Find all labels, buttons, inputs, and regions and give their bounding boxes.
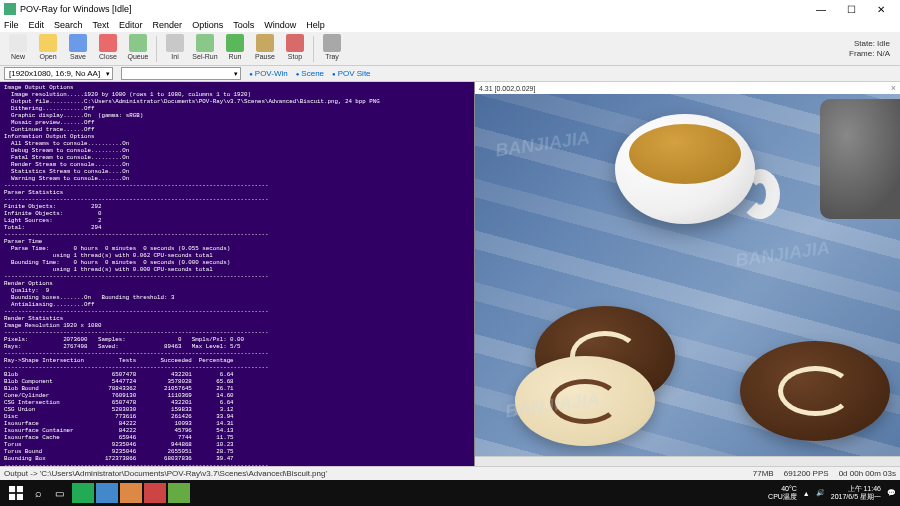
tray-volume-icon[interactable]: 🔊 [816, 489, 825, 497]
menu-window[interactable]: Window [264, 20, 296, 30]
status-output-path: Output -> 'C:\Users\Administrator\Docume… [4, 469, 753, 478]
menu-options[interactable]: Options [192, 20, 223, 30]
tray-temp[interactable]: 40°C CPU温度 [768, 485, 797, 501]
titlebar: POV-Ray for Windows [Idle] — ☐ ✕ [0, 0, 900, 18]
app-icon [4, 3, 16, 15]
sel-run-button[interactable]: Sel-Run [191, 34, 219, 64]
new-button[interactable]: New [4, 34, 32, 64]
start-button[interactable] [4, 483, 28, 503]
taskbar: ⌕ ▭ 40°C CPU温度 ▲ 🔊 上午 11:46 2017/6/5 星期一… [0, 480, 900, 506]
svg-rect-1 [17, 486, 23, 492]
maximize-button[interactable]: ☐ [836, 0, 866, 18]
sub-toolbar: [1920x1080, 16:9, No AA] POV-Win Scene P… [0, 66, 900, 82]
link-scene[interactable]: Scene [296, 69, 324, 78]
save-button[interactable]: Save [64, 34, 92, 64]
menu-search[interactable]: Search [54, 20, 83, 30]
message-console[interactable]: Image Output Options Image resolution...… [0, 82, 474, 466]
tray-button[interactable]: Tray [318, 34, 346, 64]
command-line-input[interactable] [121, 67, 241, 80]
link-povsite[interactable]: POV Site [332, 69, 371, 78]
status-pps: 691200 PPS [784, 469, 829, 478]
render-state: State: Idle Frame: N/A [849, 39, 896, 59]
render-pane: 4.31 [0.002,0.029] × BANJIAJIA BANJIAJIA… [474, 82, 900, 466]
status-memory: 77MB [753, 469, 774, 478]
task-view-icon[interactable]: ▭ [48, 483, 70, 503]
svg-rect-3 [17, 494, 23, 500]
render-scrollbar-h[interactable] [475, 456, 900, 466]
svg-rect-2 [9, 494, 15, 500]
render-output-image: BANJIAJIA BANJIAJIA BANJIAJIA [475, 94, 900, 456]
menu-render[interactable]: Render [153, 20, 183, 30]
taskbar-app-1[interactable] [72, 483, 94, 503]
menu-file[interactable]: File [4, 20, 19, 30]
ini-button[interactable]: Ini [161, 34, 189, 64]
resolution-preset-dropdown[interactable]: [1920x1080, 16:9, No AA] [4, 67, 113, 80]
render-window-title: 4.31 [0.002,0.029] × [475, 82, 900, 94]
window-title: POV-Ray for Windows [Idle] [20, 4, 806, 14]
open-button[interactable]: Open [34, 34, 62, 64]
search-icon[interactable]: ⌕ [28, 487, 48, 499]
menu-text[interactable]: Text [93, 20, 110, 30]
menu-help[interactable]: Help [306, 20, 325, 30]
toolbar: New Open Save Close Queue Ini Sel-Run Ru… [0, 32, 900, 66]
status-elapsed: 0d 00h 00m 03s [839, 469, 896, 478]
render-close-button[interactable]: × [891, 83, 896, 93]
minimize-button[interactable]: — [806, 0, 836, 18]
close-button[interactable]: ✕ [866, 0, 896, 18]
taskbar-app-4[interactable] [144, 483, 166, 503]
tray-clock[interactable]: 上午 11:46 2017/6/5 星期一 [831, 485, 881, 501]
taskbar-app-5[interactable] [168, 483, 190, 503]
tray-notifications-icon[interactable]: 💬 [887, 489, 896, 497]
menu-tools[interactable]: Tools [233, 20, 254, 30]
pause-button[interactable]: Pause [251, 34, 279, 64]
link-povwin[interactable]: POV-Win [249, 69, 288, 78]
menu-editor[interactable]: Editor [119, 20, 143, 30]
taskbar-app-2[interactable] [96, 483, 118, 503]
tray-network-icon[interactable]: ▲ [803, 490, 810, 497]
close-file-button[interactable]: Close [94, 34, 122, 64]
statusbar: Output -> 'C:\Users\Administrator\Docume… [0, 466, 900, 480]
taskbar-app-3[interactable] [120, 483, 142, 503]
queue-button[interactable]: Queue [124, 34, 152, 64]
main-area: Image Output Options Image resolution...… [0, 82, 900, 466]
menubar: File Edit Search Text Editor Render Opti… [0, 18, 900, 32]
stop-button[interactable]: Stop [281, 34, 309, 64]
menu-edit[interactable]: Edit [29, 20, 45, 30]
svg-rect-0 [9, 486, 15, 492]
run-button[interactable]: Run [221, 34, 249, 64]
